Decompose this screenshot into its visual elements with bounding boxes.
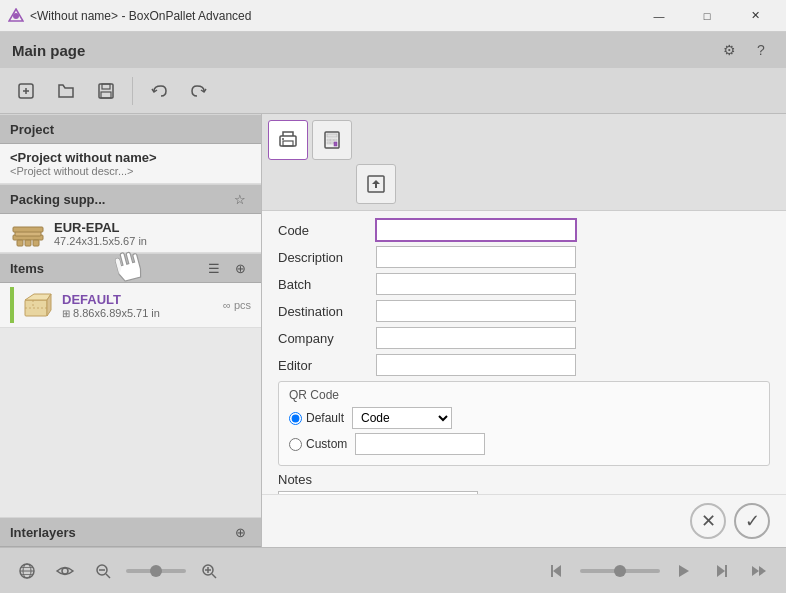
svg-rect-44 [725,565,727,577]
step-forward-button[interactable] [706,556,736,586]
zoom-out-button[interactable] [88,556,118,586]
minimize-button[interactable]: — [636,1,682,31]
svg-marker-46 [759,566,766,576]
svg-marker-40 [553,565,561,577]
svg-rect-23 [327,142,330,144]
zoom-in-button[interactable] [194,556,224,586]
items-section-header: Items ☰ ⊕ [0,253,261,283]
batch-row: Batch [278,273,770,295]
cancel-button[interactable]: ✕ [690,503,726,539]
playback-slider-thumb [614,565,626,577]
box-name: DEFAULT [62,292,215,307]
editor-input[interactable] [376,354,576,376]
box-qty: ∞ pcs [223,299,251,311]
open-button[interactable] [48,73,84,109]
box-color-bar [10,287,14,323]
fast-forward-button[interactable] [744,556,774,586]
items-add-button[interactable]: ⊕ [229,257,251,279]
play-button[interactable] [668,556,698,586]
box-icon [22,291,54,319]
qr-code-select[interactable]: Code Description Batch [352,407,452,429]
batch-label: Batch [278,277,368,292]
svg-rect-11 [33,240,39,246]
items-menu-button[interactable]: ☰ [203,257,225,279]
project-section-title: Project [10,122,54,137]
svg-rect-10 [25,240,31,246]
qr-custom-radio[interactable]: Custom [289,437,347,451]
title-bar: <Without name> - BoxOnPallet Advanced — … [0,0,786,32]
maximize-button[interactable]: □ [684,1,730,31]
code-label: Code [278,223,368,238]
zoom-slider-thumb [150,565,162,577]
undo-button[interactable] [141,73,177,109]
status-right [542,556,774,586]
description-input[interactable] [376,246,576,268]
svg-rect-19 [327,134,337,137]
destination-label: Destination [278,304,368,319]
destination-input[interactable] [376,300,576,322]
redo-button[interactable] [181,73,217,109]
status-bar [0,547,786,593]
help-button[interactable]: ? [748,37,774,63]
page-title: Main page [12,42,85,59]
destination-row: Destination [278,300,770,322]
packing-item[interactable]: EUR-EPAL 47.24x31.5x5.67 in [0,214,261,253]
qr-default-radio[interactable]: Default [289,411,344,425]
confirm-button[interactable]: ✓ [734,503,770,539]
items-section-title: Items [10,261,44,276]
company-input[interactable] [376,327,576,349]
toolbar [0,68,786,114]
editor-label: Editor [278,358,368,373]
code-input[interactable] [376,219,576,241]
zoom-slider[interactable] [126,569,186,573]
editor-row: Editor [278,354,770,376]
window-title: <Without name> - BoxOnPallet Advanced [30,9,251,23]
qr-custom-input[interactable] [289,438,302,451]
svg-marker-45 [752,566,759,576]
sidebar: Project <Project without name> <Project … [0,114,262,547]
globe-button[interactable] [12,556,42,586]
calculator-button[interactable] [312,120,352,160]
main-header: Main page ⚙ ? [0,32,786,68]
packing-favorite-button[interactable]: ☆ [229,188,251,210]
company-row: Company [278,327,770,349]
code-row: Code [278,219,770,241]
svg-rect-20 [327,139,330,141]
project-desc: <Project without descr...> [10,165,251,177]
interlayers-section-title: Interlayers [10,525,76,540]
svg-rect-12 [25,300,47,316]
new-button[interactable] [8,73,44,109]
packing-section-title: Packing supp... [10,192,105,207]
description-label: Description [278,250,368,265]
svg-marker-43 [717,565,725,577]
qr-custom-value-input[interactable] [355,433,485,455]
save-button[interactable] [88,73,124,109]
box-item[interactable]: DEFAULT ⊞ 8.86x6.89x5.71 in ∞ pcs [0,283,261,328]
company-label: Company [278,331,368,346]
qr-default-input[interactable] [289,412,302,425]
svg-rect-41 [551,565,553,577]
svg-rect-9 [17,240,23,246]
svg-rect-22 [334,139,337,141]
interlayers-add-button[interactable]: ⊕ [229,521,251,543]
playback-slider[interactable] [580,569,660,573]
svg-line-34 [106,574,110,578]
settings-button[interactable]: ⚙ [716,37,742,63]
status-left [12,556,224,586]
step-back-button[interactable] [542,556,572,586]
batch-input[interactable] [376,273,576,295]
print-button[interactable] [268,120,308,160]
qr-section: QR Code Default Code Description Batch [278,381,770,466]
eye-button[interactable] [50,556,80,586]
export-button[interactable] [356,164,396,204]
project-item[interactable]: <Project without name> <Project without … [0,144,261,184]
svg-point-32 [62,568,68,574]
close-button[interactable]: ✕ [732,1,778,31]
box-dims: ⊞ 8.86x6.89x5.71 in [62,307,215,319]
project-name: <Project without name> [10,150,251,165]
pallet-icon [10,218,46,248]
packing-section-header: Packing supp... ☆ [0,184,261,214]
notes-label: Notes [278,472,770,487]
svg-rect-24 [331,142,334,144]
svg-point-1 [13,13,19,19]
